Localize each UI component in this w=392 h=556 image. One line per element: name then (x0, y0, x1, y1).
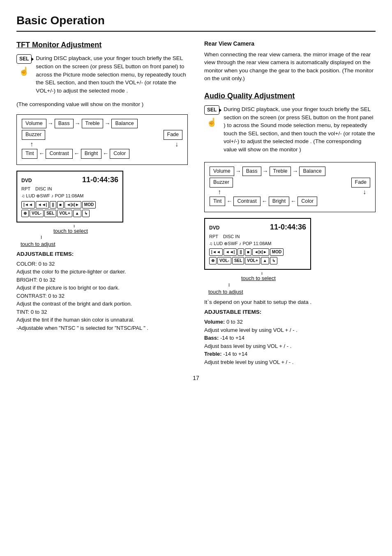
dvd-buttons-row2: ⊕ VOL- SEL VOL+ ▲ ↳ (21, 210, 118, 217)
audio-dvd-rpt-row: RPT DISC IN (209, 234, 306, 240)
tft-section-title: TFT Monitor Adjustment (16, 40, 188, 50)
audio-arrow-r1: → (235, 167, 241, 176)
arrow-up-left: ↑ (30, 140, 33, 149)
tft-note-text: (The corresponding value will show on th… (16, 100, 188, 109)
btn-vol-up[interactable]: VOL+ (57, 210, 72, 217)
tft-adj-item-1: Adjust the color fo the picture-lighter … (16, 268, 188, 276)
sel-icon: SEL ☝ (16, 54, 32, 77)
audio-touch-annotations: touch to select touch to adjust (208, 272, 376, 295)
btn-stop[interactable]: ■ (57, 201, 64, 208)
btn-next[interactable]: ◄◄| (36, 201, 49, 208)
audio-arrow-up-left: ↑ (218, 188, 221, 197)
tft-adj-item-3: Adjust if the picture is too bright or t… (16, 284, 188, 292)
audio-btn-source[interactable]: ⊕ (209, 257, 217, 264)
rear-camera-text: When connecting the rear view camera. th… (204, 51, 376, 83)
audio-btn-mute[interactable]: ◄|x|► (252, 248, 269, 256)
tft-touch-adjust: touch to adjust (21, 241, 188, 248)
main-title: Basic Operation (16, 12, 376, 32)
audio-dvd-icons-row: ♫ LUD ⊕SWF ♪ POP 11:08AM (209, 241, 306, 247)
arrow-left-3: ← (103, 150, 108, 158)
audio-adj-bass: Bass: -14 to +14 (204, 334, 376, 342)
audio-flow-middle: Buzzer ↑ Fade ↓ (210, 178, 370, 197)
arrow-right-1: → (48, 120, 53, 128)
audio-sel-icon: SEL ☝ (204, 105, 219, 128)
dvd-label: DVD (21, 177, 32, 184)
audio-btn-sel[interactable]: SEL (232, 257, 244, 264)
tft-adjustable-section: ADJUSTABLE ITEMS: COLOR: 0 to 32 Adjust … (16, 250, 188, 332)
audio-btn-vol-down[interactable]: VOL- (217, 257, 231, 264)
btn-vol-down[interactable]: VOL- (30, 210, 44, 217)
dvd-buttons-row1: |◄◄ ◄◄| || ■ ◄|x|► MOD (21, 201, 118, 208)
btn-mute[interactable]: ◄|x|► (65, 201, 81, 208)
audio-flow-treble: Treble (270, 167, 291, 176)
audio-adj-bass-desc: Adjust bass level by using VOL + / - . (204, 342, 376, 350)
audio-note-text: It`s depend on your habit to setup the d… (204, 298, 376, 306)
audio-sel-box-label: SEL (204, 105, 219, 115)
rear-camera-section: Rear View Camera When connecting the rea… (204, 40, 376, 83)
rear-camera-title: Rear View Camera (204, 40, 376, 48)
audio-sel-block: SEL ☝ During DISC playback, use your fin… (204, 105, 376, 156)
audio-adj-volume-label: Volume: (204, 319, 225, 325)
audio-btn-mod[interactable]: MOD (270, 248, 284, 256)
audio-arrow-l3: ← (291, 197, 296, 206)
audio-dvd-label: DVD (209, 225, 219, 232)
audio-flow-contrast: Contrast (233, 197, 260, 206)
flow-bright: Bright (81, 149, 102, 159)
audio-flow-buzzer: Buzzer (210, 178, 233, 188)
tft-right-fade: Fade ↓ (164, 130, 183, 149)
audio-btn-eject[interactable]: ▲ (261, 257, 269, 264)
audio-flow-volume: Volume (210, 167, 234, 176)
tft-adj-item-5: Adjust the contrast of the bright and da… (16, 300, 188, 308)
tft-touch-annotations: touch to select touch to adjust (21, 225, 188, 248)
audio-flow-diagram: Volume → Bass → Treble → Balance Buzzer … (204, 162, 376, 213)
audio-dvd-time: 11-0:44:36 (270, 222, 306, 232)
tft-flow-diagram: Volume → Bass → Treble → Balance Buzzer … (16, 114, 188, 165)
flow-balance: Balance (111, 119, 137, 129)
audio-adj-volume-text: 0 to 32 (225, 319, 242, 325)
arrow-left-1: ← (39, 150, 44, 158)
audio-finger-icon: ☝ (207, 116, 217, 128)
arrow-right-3: → (104, 120, 110, 128)
btn-pause[interactable]: || (50, 201, 56, 208)
audio-btn-back[interactable]: ↳ (270, 257, 277, 264)
dvd-disc-in: DISC IN (35, 186, 52, 192)
flow-buzzer: Buzzer (22, 130, 45, 140)
audio-arrow-r3: → (292, 167, 298, 176)
audio-section-title: Audio Quality Adjustment (204, 91, 376, 101)
tft-sel-block: SEL ☝ During DISC playback, use your fin… (16, 54, 188, 97)
audio-dvd-screen: DVD 11-0:44:36 RPT DISC IN ♫ LUD ⊕SWF ♪ … (204, 218, 311, 270)
audio-adj-treble-desc: Adjust treble level by using VOL + / - . (204, 358, 376, 366)
audio-adjustable-section: ADJUSTABLE ITEMS: Volume: 0 to 32 Adjust… (204, 308, 376, 366)
audio-arrow-down-right: ↓ (363, 188, 366, 197)
audio-adj-treble: Treble: -14 to +14 (204, 350, 376, 358)
audio-dvd-disc-in: DISC IN (223, 234, 240, 240)
audio-flow-color: Color (297, 197, 317, 206)
tft-touch-adjust-label: touch to adjust (21, 241, 55, 248)
audio-btn-next[interactable]: ◄◄| (224, 248, 237, 256)
tft-adj-item-0: COLOR: 0 to 32 (16, 260, 188, 268)
btn-prev[interactable]: |◄◄ (21, 201, 35, 208)
audio-flow-row3: Tint ← Contrast ← Bright ← Color (210, 197, 370, 206)
audio-flow-row1: Volume → Bass → Treble → Balance (210, 167, 370, 176)
audio-dvd-header: DVD 11-0:44:36 (209, 222, 306, 232)
audio-btn-vol-up[interactable]: VOL+ (245, 257, 260, 264)
audio-intro-text: During DISC playback, use your finger to… (224, 105, 376, 153)
audio-touch-adjust-label: touch to adjust (208, 288, 243, 296)
audio-dvd-wrapper: DVD 11-0:44:36 RPT DISC IN ♫ LUD ⊕SWF ♪ … (204, 218, 376, 295)
btn-sel[interactable]: SEL (44, 210, 56, 217)
tft-intro-text: During DISC playback, use your finger to… (36, 54, 188, 95)
audio-btn-prev[interactable]: |◄◄ (209, 248, 223, 256)
audio-left-buzzer: Buzzer ↑ (210, 178, 233, 197)
btn-mod[interactable]: MOD (82, 201, 96, 208)
audio-btn-stop[interactable]: ■ (245, 248, 251, 256)
audio-adj-volume-desc: Adjust volume level by using VOL + / - . (204, 326, 376, 334)
btn-back[interactable]: ↳ (82, 210, 90, 217)
dvd-header: DVD 11-0:44:36 (21, 175, 118, 185)
tft-adj-item-6: TINT: 0 to 32 (16, 308, 188, 316)
audio-dvd-buttons-row1: |◄◄ ◄◄| || ■ ◄|x|► MOD (209, 248, 306, 256)
btn-eject[interactable]: ▲ (73, 210, 81, 217)
audio-btn-pause[interactable]: || (238, 248, 244, 256)
tft-dvd-screen: DVD 11-0:44:36 RPT DISC IN ♫ LUD ⊕SWF ♪ … (16, 171, 123, 222)
btn-source[interactable]: ⊕ (21, 210, 29, 217)
right-column: Rear View Camera When connecting the rea… (204, 40, 376, 366)
